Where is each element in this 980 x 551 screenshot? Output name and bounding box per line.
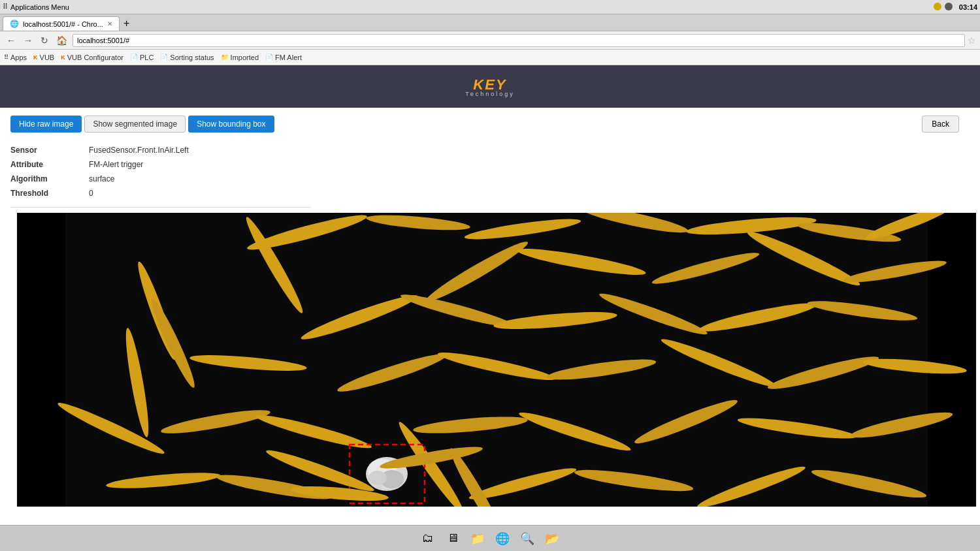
button-toolbar: Hide raw image Show segmented image Show… [10,116,970,133]
plc-icon: 📄 [130,54,138,61]
vub-config-icon: K [61,54,65,61]
hide-raw-image-button[interactable]: Hide raw image [10,116,82,133]
threshold-value: 0 [89,186,311,200]
tab-close-btn[interactable]: ✕ [107,20,112,27]
restore-btn[interactable] [945,3,953,10]
titlebar-app-title[interactable]: Applications Menu [10,3,69,11]
algorithm-label: Algorithm [10,172,89,186]
main-area: Hide raw image Show segmented image Show… [0,108,980,514]
attribute-label: Attribute [10,157,89,172]
table-row: Algorithm surface [10,172,311,186]
sensor-label: Sensor [10,143,89,157]
info-table: Sensor FusedSensor.Front.InAir.Left Attr… [10,143,311,200]
reload-btn[interactable]: ↻ [38,34,51,47]
show-bounding-box-button[interactable]: Show bounding box [188,116,274,133]
back-nav-btn[interactable]: ← [4,34,18,47]
sorting-icon: 📄 [160,54,168,61]
table-row: Threshold 0 [10,186,311,200]
logo-technology-text: Technology [465,91,515,97]
address-bar[interactable] [73,34,965,47]
show-segmented-button[interactable]: Show segmented image [84,116,186,133]
bookmark-vub[interactable]: K VUB [33,54,54,61]
bookmark-apps[interactable]: ⠿ Apps [4,54,27,61]
bookmark-plc-label: PLC [140,54,154,61]
clock: 03:14 [959,3,977,11]
window-controls [934,3,954,12]
bookmark-plc[interactable]: 📄 PLC [130,54,154,61]
svg-point-50 [368,471,387,485]
info-divider [10,207,311,208]
bookmark-fm-alert-label: FM Alert [275,54,302,61]
minimize-btn[interactable] [934,3,941,10]
app-menu-icon[interactable]: ⠿ [3,3,8,11]
fm-alert-icon: 📄 [265,54,273,61]
bookmarks-bar: ⠿ Apps K VUB K VUB Configurator 📄 PLC 📄 … [0,50,980,65]
browser-titlebar: ⠿ Applications Menu 03:14 [0,0,980,14]
titlebar-right: 03:14 [934,3,977,12]
page-content: KEY Technology Hide raw image Show segme… [0,65,980,525]
bookmark-apps-label: Apps [10,54,27,61]
algorithm-value: surface [89,172,311,186]
home-btn[interactable]: 🏠 [54,34,70,47]
app-header: KEY Technology [0,65,980,108]
tab-favicon: 🌐 [10,20,19,28]
browser-tabs: 🌐 localhost:5001/# - Chro... ✕ + [0,14,980,31]
new-tab-btn[interactable]: + [120,18,133,29]
bookmark-sorting[interactable]: 📄 Sorting status [160,54,214,61]
image-container [17,213,976,507]
titlebar-left: ⠿ Applications Menu [3,3,69,11]
attribute-value: FM-Alert trigger [89,157,311,172]
back-button[interactable]: Back [922,116,959,133]
table-row: Sensor FusedSensor.Front.InAir.Left [10,143,311,157]
vub-icon: K [33,54,38,61]
bookmark-imported[interactable]: 📁 Imported [221,54,259,61]
bookmark-star-btn[interactable]: ☆ [968,35,976,46]
table-row: Attribute FM-Alert trigger [10,157,311,172]
forward-nav-btn[interactable]: → [21,34,35,47]
threshold-label: Threshold [10,186,89,200]
sensor-value: FusedSensor.Front.InAir.Left [89,143,311,157]
bookmark-vub-config[interactable]: K VUB Configurator [61,54,123,61]
app-logo: KEY Technology [465,76,515,97]
browser-toolbar: ← → ↻ 🏠 ☆ [0,31,980,50]
bookmark-imported-label: Imported [231,54,259,61]
apps-icon: ⠿ [4,54,8,61]
bookmark-vub-config-label: VUB Configurator [67,54,123,61]
bookmark-sorting-label: Sorting status [170,54,214,61]
imported-icon: 📁 [221,54,229,61]
fry-image [17,213,976,507]
tab-localhost[interactable]: 🌐 localhost:5001/# - Chro... ✕ [3,16,120,31]
bookmark-vub-label: VUB [40,54,55,61]
tab-label: localhost:5001/# - Chro... [23,20,103,28]
bookmark-fm-alert[interactable]: 📄 FM Alert [265,54,302,61]
